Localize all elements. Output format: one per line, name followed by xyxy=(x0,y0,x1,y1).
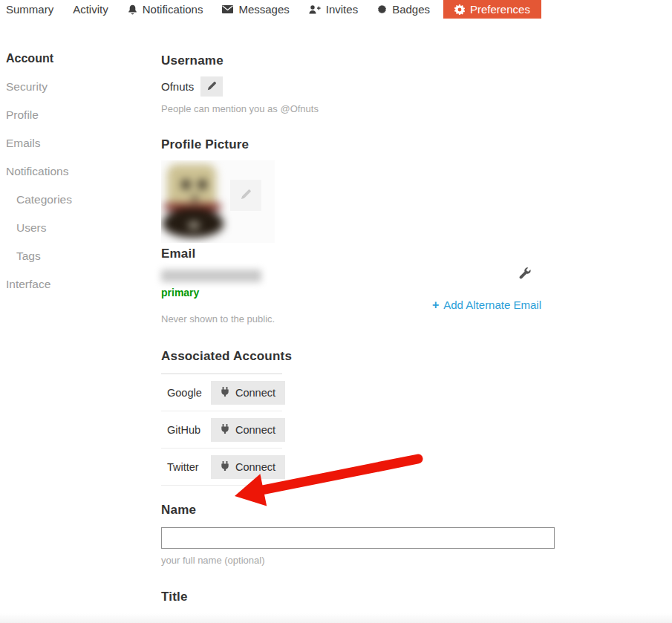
plug-icon xyxy=(221,424,229,436)
sidebar-item-users[interactable]: Users xyxy=(6,220,161,236)
connect-github-button[interactable]: Connect xyxy=(211,418,285,442)
plug-icon xyxy=(221,387,229,399)
sidebar-item-notifications[interactable]: Notifications xyxy=(6,163,161,180)
settings-sidebar: Account Security Profile Emails Notifica… xyxy=(0,19,161,623)
table-row: Twitter Connect xyxy=(161,449,282,486)
plug-icon xyxy=(221,461,229,473)
tab-preferences[interactable]: Preferences xyxy=(443,0,541,19)
connect-button-label: Connect xyxy=(235,387,275,399)
account-settings-panel: Username Ofnuts People can mention you a… xyxy=(161,19,562,623)
user-plus-icon xyxy=(309,5,321,14)
sidebar-item-categories[interactable]: Categories xyxy=(6,192,161,208)
provider-twitter-label: Twitter xyxy=(167,461,211,473)
email-instructions: Never shown to the public. xyxy=(161,313,562,324)
email-section: Email primary Never shown to the public.… xyxy=(161,247,562,324)
sidebar-item-security[interactable]: Security xyxy=(6,79,161,95)
sidebar-item-profile[interactable]: Profile xyxy=(6,107,161,123)
tab-badges[interactable]: Badges xyxy=(368,0,440,19)
add-alternate-email-label: Add Alternate Email xyxy=(443,299,541,311)
tab-notifications-label: Notifications xyxy=(143,3,203,16)
manage-email-button[interactable] xyxy=(519,267,531,281)
tab-messages[interactable]: Messages xyxy=(212,0,299,19)
username-section: Username Ofnuts People can mention you a… xyxy=(161,53,562,114)
add-alternate-email-link[interactable]: + Add Alternate Email xyxy=(432,299,541,311)
tab-summary-label: Summary xyxy=(6,3,53,16)
profile-picture-section: Profile Picture xyxy=(161,137,562,243)
envelope-icon xyxy=(222,5,233,13)
tab-activity-label: Activity xyxy=(73,3,108,16)
associated-accounts-table: Google Connect GitHub xyxy=(161,374,282,486)
connect-google-button[interactable]: Connect xyxy=(211,381,285,405)
pencil-icon xyxy=(207,81,217,93)
avatar xyxy=(161,160,275,243)
name-input[interactable] xyxy=(161,527,555,549)
sidebar-item-tags[interactable]: Tags xyxy=(6,248,161,264)
profile-picture-heading: Profile Picture xyxy=(161,137,562,152)
title-heading: Title xyxy=(161,590,562,604)
pencil-icon xyxy=(241,189,252,202)
tab-invites-label: Invites xyxy=(326,3,358,16)
connect-button-label: Connect xyxy=(235,424,275,436)
edit-avatar-button[interactable] xyxy=(230,180,261,211)
username-instructions: People can mention you as @Ofnuts xyxy=(161,103,562,114)
edit-username-button[interactable] xyxy=(200,76,223,97)
connect-twitter-button[interactable]: Connect xyxy=(211,455,285,479)
plus-icon: + xyxy=(432,299,439,311)
preferences-page: Summary Activity Notifications Messages … xyxy=(0,0,672,623)
email-address-redacted xyxy=(161,270,261,282)
certificate-icon xyxy=(377,4,387,14)
sidebar-item-emails[interactable]: Emails xyxy=(6,135,161,151)
sidebar-item-account[interactable]: Account xyxy=(6,50,161,67)
associated-accounts-section: Associated Accounts Google Connect GitHu… xyxy=(161,349,562,486)
tab-notifications[interactable]: Notifications xyxy=(118,0,213,19)
tab-preferences-label: Preferences xyxy=(470,3,530,16)
tab-activity[interactable]: Activity xyxy=(63,0,118,19)
footer-band xyxy=(0,613,672,623)
user-nav: Summary Activity Notifications Messages … xyxy=(0,0,672,19)
bell-icon xyxy=(128,4,137,15)
name-heading: Name xyxy=(161,503,562,518)
username-value: Ofnuts xyxy=(161,80,194,93)
connect-button-label: Connect xyxy=(235,461,275,473)
name-hint: your full name (optional) xyxy=(161,555,562,566)
tab-messages-label: Messages xyxy=(238,3,289,16)
associated-accounts-heading: Associated Accounts xyxy=(161,349,562,364)
provider-github-label: GitHub xyxy=(167,424,211,436)
tab-summary[interactable]: Summary xyxy=(0,0,63,19)
tab-badges-label: Badges xyxy=(392,3,430,16)
provider-google-label: Google xyxy=(167,387,211,399)
table-row: Google Connect xyxy=(161,374,282,411)
name-section: Name your full name (optional) xyxy=(161,503,562,566)
gear-icon xyxy=(454,4,465,15)
table-row: GitHub Connect xyxy=(161,411,282,449)
tab-invites[interactable]: Invites xyxy=(299,0,368,19)
username-heading: Username xyxy=(161,53,562,68)
wrench-icon xyxy=(519,270,531,281)
sidebar-item-interface[interactable]: Interface xyxy=(6,276,161,293)
